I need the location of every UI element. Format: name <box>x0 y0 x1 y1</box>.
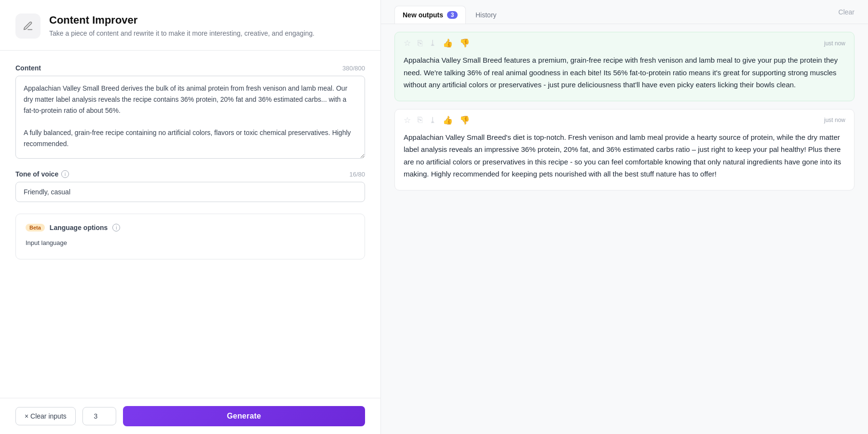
tone-label-row: Tone of voice i 16/80 <box>15 170 365 178</box>
output-card: ☆ ⎘ ⤓ 👍 👎 just now Appalachian Valley Sm… <box>394 109 854 190</box>
tab-history[interactable]: History <box>468 6 504 24</box>
download-icon[interactable]: ⤓ <box>429 115 436 125</box>
tone-input[interactable] <box>15 182 365 202</box>
clear-inputs-button[interactable]: × Clear inputs <box>15 407 76 425</box>
input-language-label: Input language <box>26 239 355 246</box>
copy-icon[interactable]: ⎘ <box>418 115 422 125</box>
bottom-bar: × Clear inputs Generate <box>0 398 380 434</box>
tone-field-group: Tone of voice i 16/80 <box>15 170 365 202</box>
thumbs-up-icon[interactable]: 👍 <box>443 38 453 48</box>
output-actions: ☆ ⎘ ⤓ 👍 👎 <box>404 115 470 125</box>
tab-history-label: History <box>475 11 497 19</box>
generate-button[interactable]: Generate <box>123 406 365 426</box>
thumbs-up-icon[interactable]: 👍 <box>443 115 453 125</box>
right-panel: New outputs 3 History Clear ☆ ⎘ ⤓ 👍 👎 ju… <box>381 0 868 434</box>
form-area: Content 380/800 Tone of voice i 16/80 Be… <box>0 51 380 398</box>
language-options-title: Language options <box>50 224 108 231</box>
output-actions: ☆ ⎘ ⤓ 👍 👎 <box>404 38 470 48</box>
thumbs-down-icon[interactable]: 👎 <box>460 38 470 48</box>
tab-new-outputs[interactable]: New outputs 3 <box>394 6 466 24</box>
tone-info-icon[interactable]: i <box>61 170 69 178</box>
language-info-icon[interactable]: i <box>112 224 120 231</box>
output-card-header: ☆ ⎘ ⤓ 👍 👎 just now <box>395 32 854 52</box>
pencil-icon <box>23 21 33 31</box>
tab-new-outputs-count: 3 <box>447 11 458 19</box>
language-options-header: Beta Language options i <box>26 224 355 231</box>
clear-outputs-button[interactable]: Clear <box>839 8 854 22</box>
output-card-header: ☆ ⎘ ⤓ 👍 👎 just now <box>395 109 854 129</box>
tone-label: Tone of voice <box>15 170 58 178</box>
star-icon[interactable]: ☆ <box>404 38 411 48</box>
tool-icon-wrap <box>15 14 41 39</box>
outputs-list: ☆ ⎘ ⤓ 👍 👎 just now Appalachia Valley Sma… <box>381 24 868 434</box>
content-field-group: Content 380/800 <box>15 64 365 159</box>
output-card: ☆ ⎘ ⤓ 👍 👎 just now Appalachia Valley Sma… <box>394 32 854 101</box>
right-header: New outputs 3 History Clear <box>381 0 868 24</box>
tool-header: Content Improver Take a piece of content… <box>0 0 380 51</box>
content-label: Content <box>15 64 41 72</box>
output-timestamp-1: just now <box>824 40 845 47</box>
content-input[interactable] <box>15 76 365 159</box>
tabs-row: New outputs 3 History <box>394 6 504 24</box>
tool-description: Take a piece of content and rewrite it t… <box>49 28 314 39</box>
tool-info: Content Improver Take a piece of content… <box>49 14 314 39</box>
output-text-2: Appalachian Valley Small Breed's diet is… <box>395 129 854 190</box>
left-panel: Content Improver Take a piece of content… <box>0 0 381 434</box>
download-icon[interactable]: ⤓ <box>429 38 436 48</box>
output-timestamp-2: just now <box>824 117 845 123</box>
content-counter: 380/800 <box>342 65 365 72</box>
tab-new-outputs-label: New outputs <box>403 11 443 19</box>
content-label-row: Content 380/800 <box>15 64 365 72</box>
count-input[interactable] <box>82 407 116 425</box>
star-icon[interactable]: ☆ <box>404 115 411 125</box>
beta-badge: Beta <box>26 224 45 231</box>
tone-label-group: Tone of voice i <box>15 170 69 178</box>
copy-icon[interactable]: ⎘ <box>418 39 422 48</box>
tone-counter: 16/80 <box>349 171 365 178</box>
thumbs-down-icon[interactable]: 👎 <box>460 115 470 125</box>
language-options-box: Beta Language options i Input language <box>15 214 365 259</box>
output-text-1: Appalachia Valley Small Breed features a… <box>395 52 854 101</box>
tool-title: Content Improver <box>49 14 314 27</box>
